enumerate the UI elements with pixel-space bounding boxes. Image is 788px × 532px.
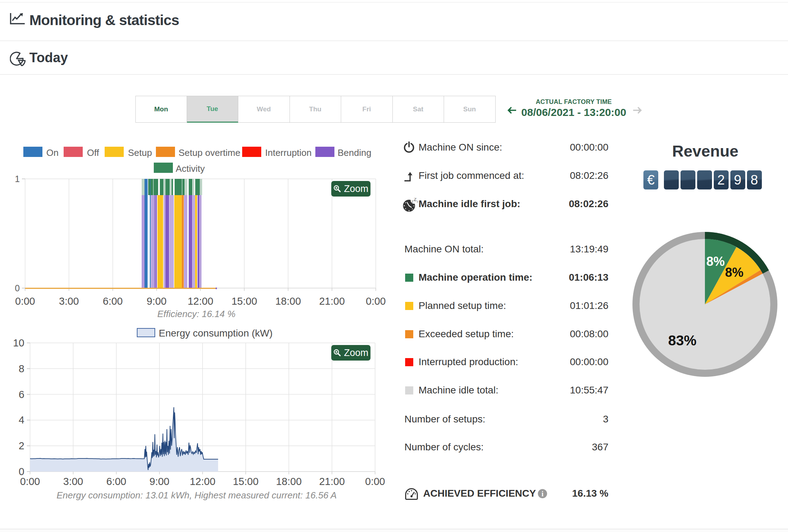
- svg-text:9:00: 9:00: [147, 296, 167, 307]
- svg-text:Z: Z: [414, 198, 417, 202]
- svg-text:z: z: [417, 200, 419, 203]
- svg-text:i: i: [542, 490, 544, 498]
- svg-text:2: 2: [19, 440, 24, 451]
- svg-text:6:00: 6:00: [103, 296, 123, 307]
- svg-text:8: 8: [19, 363, 24, 374]
- svg-text:3:00: 3:00: [59, 296, 79, 307]
- svg-text:21:00: 21:00: [319, 296, 345, 307]
- svg-text:0:00: 0:00: [20, 476, 40, 487]
- svg-text:3:00: 3:00: [63, 476, 83, 487]
- svg-text:12:00: 12:00: [188, 296, 214, 307]
- svg-text:83%: 83%: [668, 333, 696, 348]
- svg-text:6: 6: [19, 389, 24, 400]
- svg-text:8%: 8%: [706, 254, 725, 269]
- svg-text:12:00: 12:00: [190, 476, 216, 487]
- svg-text:0:00: 0:00: [366, 296, 386, 307]
- svg-text:18:00: 18:00: [276, 476, 302, 487]
- svg-text:0:00: 0:00: [15, 296, 35, 307]
- svg-text:8%: 8%: [725, 265, 743, 280]
- svg-text:0:00: 0:00: [365, 476, 385, 487]
- svg-text:21:00: 21:00: [319, 476, 345, 487]
- svg-text:10: 10: [13, 337, 24, 349]
- svg-text:z: z: [411, 199, 414, 204]
- svg-text:18:00: 18:00: [275, 296, 301, 307]
- svg-text:15:00: 15:00: [232, 296, 257, 307]
- svg-text:15:00: 15:00: [233, 476, 259, 487]
- svg-text:6:00: 6:00: [106, 476, 126, 487]
- svg-text:9:00: 9:00: [150, 476, 169, 487]
- svg-text:0: 0: [19, 466, 24, 477]
- svg-text:4: 4: [19, 414, 24, 426]
